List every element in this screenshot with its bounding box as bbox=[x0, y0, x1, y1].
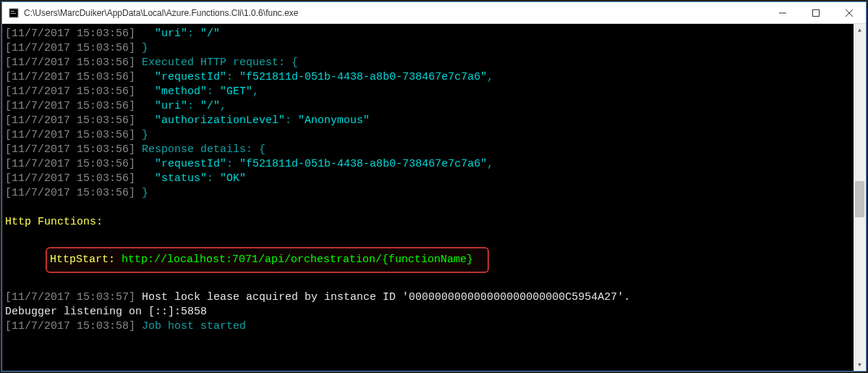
log-line: [11/7/2017 15:03:57] Host lock lease acq… bbox=[5, 290, 861, 305]
json-value: "/" bbox=[200, 100, 220, 112]
log-text: Job host started bbox=[142, 320, 246, 332]
terminal-output[interactable]: [11/7/2017 15:03:56] "uri": "/"[11/7/201… bbox=[2, 24, 866, 371]
timestamp: [11/7/2017 15:03:58] bbox=[5, 320, 135, 332]
timestamp: [11/7/2017 15:03:56] bbox=[5, 28, 135, 40]
svg-rect-1 bbox=[11, 11, 14, 12]
timestamp: [11/7/2017 15:03:56] bbox=[5, 158, 135, 170]
timestamp: [11/7/2017 15:03:56] bbox=[5, 129, 135, 141]
timestamp: [11/7/2017 15:03:56] bbox=[5, 100, 135, 112]
log-text: Executed HTTP request: bbox=[142, 56, 285, 69]
json-brace: } bbox=[142, 129, 148, 141]
minimize-button[interactable] bbox=[766, 2, 799, 23]
log-text: Host lock lease acquired by instance ID … bbox=[142, 291, 630, 303]
scroll-up-arrow-icon[interactable]: ▲ bbox=[854, 24, 866, 36]
scrollbar-track[interactable] bbox=[854, 36, 866, 359]
http-endpoint-highlight: HttpStart: http://localhost:7071/api/orc… bbox=[46, 247, 489, 273]
json-key: "authorizationLevel" bbox=[155, 114, 285, 127]
timestamp: [11/7/2017 15:03:57] bbox=[5, 291, 135, 303]
json-key: "uri" bbox=[155, 100, 187, 112]
window-controls bbox=[766, 2, 866, 23]
json-value: "GET" bbox=[220, 85, 252, 98]
log-line: [11/7/2017 15:03:56] "requestId": "f5218… bbox=[5, 157, 861, 172]
titlebar: C:\Users\MarcDuiker\AppData\Local\Azure.… bbox=[2, 2, 866, 24]
log-line bbox=[5, 230, 861, 244]
json-value: "f521811d-051b-4438-a8b0-738467e7c7a6" bbox=[239, 71, 487, 83]
json-value: "OK" bbox=[220, 172, 246, 185]
timestamp: [11/7/2017 15:03:56] bbox=[5, 114, 135, 127]
close-button[interactable] bbox=[833, 2, 866, 23]
log-line: [11/7/2017 15:03:56] "uri": "/", bbox=[5, 99, 861, 114]
timestamp: [11/7/2017 15:03:56] bbox=[5, 85, 135, 98]
log-line: [11/7/2017 15:03:56] Response details: { bbox=[5, 143, 861, 157]
console-window: C:\Users\MarcDuiker\AppData\Local\Azure.… bbox=[1, 1, 867, 372]
log-line: [11/7/2017 15:03:56] "method": "GET", bbox=[5, 85, 861, 99]
log-line: [11/7/2017 15:03:56] } bbox=[5, 186, 861, 201]
maximize-button[interactable] bbox=[799, 2, 833, 23]
json-key: "method" bbox=[155, 85, 207, 98]
svg-rect-2 bbox=[11, 13, 16, 14]
log-text: Debugger listening on [::]:5858 bbox=[5, 306, 207, 318]
log-line bbox=[5, 201, 861, 215]
log-line: [11/7/2017 15:03:56] "uri": "/" bbox=[5, 27, 861, 41]
log-line: [11/7/2017 15:03:58] Job host started bbox=[5, 319, 861, 334]
json-value: "f521811d-051b-4438-a8b0-738467e7c7a6" bbox=[239, 158, 487, 170]
json-brace: { bbox=[292, 56, 298, 69]
log-line: Debugger listening on [::]:5858 bbox=[5, 305, 861, 319]
endpoint-name: HttpStart: bbox=[50, 253, 122, 266]
json-key: "status" bbox=[155, 172, 207, 185]
timestamp: [11/7/2017 15:03:56] bbox=[5, 56, 135, 69]
section-header: Http Functions: bbox=[5, 216, 103, 228]
log-text: Response details: bbox=[142, 143, 252, 156]
json-brace: } bbox=[142, 42, 148, 54]
vertical-scrollbar[interactable]: ▲ ▼ bbox=[854, 24, 866, 371]
json-key: "requestId" bbox=[155, 71, 226, 83]
log-line: [11/7/2017 15:03:56] } bbox=[5, 128, 861, 143]
app-icon bbox=[8, 7, 20, 19]
timestamp: [11/7/2017 15:03:56] bbox=[5, 42, 135, 54]
json-value: "/" bbox=[200, 28, 220, 40]
log-line: [11/7/2017 15:03:56] "authorizationLevel… bbox=[5, 114, 861, 128]
json-value: "Anonymous" bbox=[298, 114, 370, 127]
log-line: [11/7/2017 15:03:56] "status": "OK" bbox=[5, 172, 861, 186]
json-key: "uri" bbox=[155, 28, 187, 40]
json-key: "requestId" bbox=[155, 158, 226, 170]
http-functions-header: Http Functions: bbox=[5, 215, 861, 230]
json-brace: { bbox=[259, 143, 265, 156]
scrollbar-thumb[interactable] bbox=[855, 181, 864, 217]
log-line: [11/7/2017 15:03:56] Executed HTTP reque… bbox=[5, 56, 861, 70]
endpoint-url: http://localhost:7071/api/orchestration/… bbox=[122, 253, 473, 266]
log-line: [11/7/2017 15:03:56] "requestId": "f5218… bbox=[5, 70, 861, 85]
svg-rect-4 bbox=[813, 9, 820, 16]
json-brace: } bbox=[142, 187, 148, 199]
timestamp: [11/7/2017 15:03:56] bbox=[5, 71, 135, 83]
timestamp: [11/7/2017 15:03:56] bbox=[5, 187, 135, 199]
timestamp: [11/7/2017 15:03:56] bbox=[5, 172, 135, 185]
timestamp: [11/7/2017 15:03:56] bbox=[5, 143, 135, 156]
log-line bbox=[5, 276, 861, 290]
window-title: C:\Users\MarcDuiker\AppData\Local\Azure.… bbox=[24, 8, 766, 18]
log-line: [11/7/2017 15:03:56] } bbox=[5, 41, 861, 56]
scroll-down-arrow-icon[interactable]: ▼ bbox=[854, 359, 866, 371]
